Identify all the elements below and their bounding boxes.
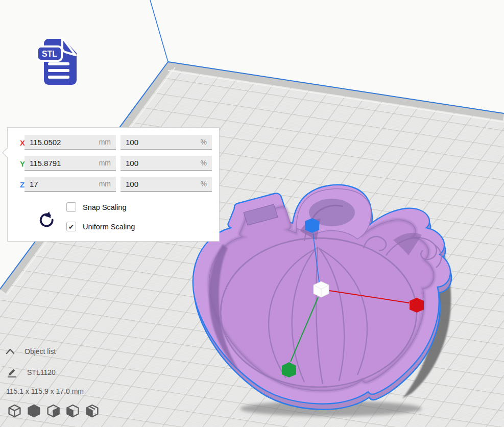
- check-icon: ✔: [68, 223, 75, 230]
- uniform-scaling-option[interactable]: ✔ Uniform Scaling: [66, 222, 135, 231]
- x-size-input[interactable]: [30, 138, 96, 147]
- x-percent-unit: %: [201, 138, 207, 146]
- axis-z-label: Z: [20, 180, 25, 189]
- snap-scaling-option[interactable]: Snap Scaling: [66, 202, 126, 212]
- object-list-item[interactable]: STL1120: [6, 367, 100, 378]
- z-size-field: mm: [25, 177, 116, 192]
- x-size-unit: mm: [99, 138, 111, 146]
- z-scale-handle[interactable]: [305, 218, 319, 233]
- z-size-input[interactable]: [30, 180, 96, 188]
- z-percent-field: %: [121, 177, 212, 192]
- x-size-field: mm: [25, 135, 116, 150]
- reset-rotate-icon: [36, 210, 55, 230]
- y-percent-unit: %: [201, 159, 207, 167]
- center-scale-handle[interactable]: [314, 281, 329, 297]
- z-percent-unit: %: [201, 180, 207, 188]
- reset-scale-button[interactable]: [36, 210, 55, 230]
- view-cube-open-top-icon[interactable]: [65, 404, 80, 418]
- scale-row-z: Z mm %: [8, 177, 219, 192]
- uniform-scaling-checkbox[interactable]: ✔: [66, 222, 76, 231]
- z-size-unit: mm: [99, 180, 111, 188]
- scale-row-x: X mm %: [8, 135, 219, 150]
- scale-tool-panel: X mm % Y mm % Z mm: [7, 127, 220, 242]
- scale-row-y: Y mm %: [8, 156, 219, 171]
- panel-notch: [2, 147, 8, 158]
- view-mode-toolbar: [7, 404, 100, 418]
- y-percent-field: %: [121, 156, 212, 171]
- object-list-title: Object list: [25, 347, 56, 355]
- view-cube-layers-icon[interactable]: [85, 404, 100, 418]
- x-percent-input[interactable]: [126, 138, 198, 147]
- stl-badge-label: STL: [42, 50, 57, 58]
- snap-scaling-label: Snap Scaling: [83, 203, 126, 211]
- view-cube-front-face-icon[interactable]: [46, 404, 61, 418]
- x-percent-field: %: [121, 135, 212, 150]
- y-size-input[interactable]: [30, 159, 96, 168]
- view-cube-wireframe-icon[interactable]: [7, 404, 22, 418]
- uniform-scaling-label: Uniform Scaling: [83, 223, 135, 231]
- x-scale-handle[interactable]: [410, 298, 424, 313]
- view-cube-solid-icon[interactable]: [27, 404, 41, 418]
- stl-file-icon[interactable]: STL: [36, 34, 85, 88]
- collapse-chevron-icon[interactable]: [5, 348, 15, 355]
- y-size-unit: mm: [99, 159, 111, 167]
- snap-scaling-checkbox[interactable]: [66, 202, 76, 212]
- object-list-panel: Object list STL1120 115.1 x 115.9 x 17.0…: [5, 347, 100, 418]
- edit-pencil-icon: [6, 367, 17, 378]
- z-percent-input[interactable]: [126, 180, 198, 188]
- object-item-name: STL1120: [27, 368, 56, 376]
- y-size-field: mm: [25, 156, 116, 171]
- build-volume-vertical-edge: [150, 0, 168, 62]
- model-dimensions-readout: 115.1 x 115.9 x 17.0 mm: [6, 387, 100, 395]
- application-window: STL X mm % Y mm %: [0, 0, 504, 427]
- y-percent-input[interactable]: [126, 159, 198, 168]
